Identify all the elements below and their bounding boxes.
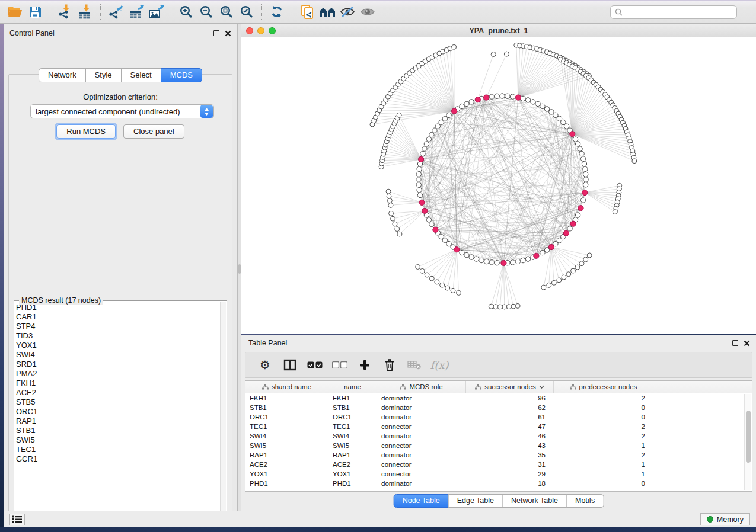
mcds-result-item[interactable]: RAP1: [16, 416, 219, 426]
mcds-result-item[interactable]: PMA2: [16, 369, 219, 379]
column-header-predecessor-nodes[interactable]: predecessor nodes: [554, 381, 653, 393]
export-network-icon[interactable]: [106, 3, 126, 21]
column-header-shared-name[interactable]: shared name: [245, 381, 328, 393]
table-cell: SWI5: [328, 442, 377, 449]
hide-selected-icon[interactable]: [337, 3, 358, 21]
import-network-icon[interactable]: [55, 3, 75, 21]
mcds-result-item[interactable]: STB1: [16, 426, 219, 435]
mcds-result-item[interactable]: GCR1: [16, 454, 219, 464]
table-cell: RAP1: [245, 451, 328, 459]
table-scrollbar-thumb[interactable]: [746, 411, 751, 463]
table-row[interactable]: SWI5SWI5connector431: [245, 441, 752, 450]
split-view-icon[interactable]: [279, 356, 301, 374]
mcds-result-scrollbar[interactable]: [220, 302, 226, 520]
mcds-result-item[interactable]: SRD1: [16, 360, 219, 369]
tab-mcds[interactable]: MCDS: [161, 68, 202, 82]
selected-criterion: largest connected component (undirected): [31, 107, 200, 116]
mcds-result-item[interactable]: FKH1: [16, 379, 219, 388]
table-row[interactable]: ORC1ORC1dominator610: [245, 412, 752, 422]
deselect-all-icon[interactable]: [328, 356, 351, 374]
float-table-panel-icon[interactable]: [732, 340, 738, 346]
attribute-icon: [400, 384, 406, 390]
search-input[interactable]: [626, 8, 732, 17]
table-row[interactable]: STB1STB1dominator620: [245, 403, 752, 412]
table-row[interactable]: PHD1PHD1dominator180: [245, 479, 752, 488]
network-graph[interactable]: [241, 37, 756, 334]
tab-network-table[interactable]: Network Table: [502, 494, 567, 508]
table-scrollbar[interactable]: [744, 394, 751, 490]
open-session-icon[interactable]: [5, 3, 25, 21]
column-header-successor-nodes[interactable]: successor nodes: [466, 381, 554, 393]
table-cell: 1: [554, 461, 653, 468]
mcds-result-item[interactable]: YOX1: [16, 341, 219, 350]
zoom-out-icon[interactable]: [196, 3, 216, 21]
table-cell: SWI5: [245, 442, 328, 449]
mcds-result-item[interactable]: STP4: [16, 322, 219, 331]
delete-table-icon[interactable]: [403, 356, 426, 374]
add-column-icon[interactable]: [353, 356, 376, 374]
run-mcds-button[interactable]: Run MCDS: [56, 124, 116, 139]
table-row[interactable]: FKH1FKH1dominator962: [245, 393, 752, 403]
splitter-grip[interactable]: [238, 264, 241, 274]
tab-network[interactable]: Network: [39, 68, 86, 82]
mcds-result-item[interactable]: ORC1: [16, 407, 219, 416]
zoom-fit-icon[interactable]: [216, 3, 237, 21]
optimization-criterion-select[interactable]: largest connected component (undirected): [30, 104, 214, 118]
table-row[interactable]: YOX1YOX1connector291: [245, 469, 752, 479]
mcds-result-item[interactable]: SWI5: [16, 435, 219, 445]
search-field[interactable]: [610, 5, 737, 19]
node-table-header: shared name name MCDS role successor nod…: [245, 381, 752, 393]
mcds-result-item[interactable]: CAR1: [16, 312, 219, 322]
zoom-in-icon[interactable]: [176, 3, 196, 21]
mcds-result-item[interactable]: SWI4: [16, 350, 219, 360]
function-builder-icon[interactable]: f(x): [428, 356, 451, 374]
toolbar-separator: [100, 4, 101, 20]
mcds-result-item[interactable]: PHD1: [16, 303, 219, 312]
mcds-result-item[interactable]: TEC1: [16, 445, 219, 454]
mcds-tab-content: Optimization criterion: largest connecte…: [8, 74, 232, 525]
show-all-icon[interactable]: [358, 3, 378, 21]
float-panel-icon[interactable]: [213, 30, 219, 36]
tab-motifs[interactable]: Motifs: [566, 494, 604, 508]
mcds-result-item[interactable]: TID3: [16, 331, 219, 341]
show-panels-button[interactable]: [9, 514, 25, 525]
table-row[interactable]: TEC1TEC1connector472: [245, 422, 752, 431]
table-cell: connector: [377, 423, 466, 430]
tab-select[interactable]: Select: [121, 68, 161, 82]
network-window-titlebar[interactable]: YPA_prune.txt_1: [241, 24, 756, 37]
memory-button[interactable]: Memory: [700, 513, 750, 525]
zoom-selected-icon[interactable]: [237, 3, 257, 21]
table-row[interactable]: ACE2ACE2connector311: [245, 460, 752, 469]
table-cell: 0: [554, 404, 653, 411]
import-table-icon[interactable]: [75, 3, 95, 21]
table-cell: SWI4: [245, 432, 328, 440]
close-table-panel-icon[interactable]: [744, 340, 750, 347]
gear-icon[interactable]: ⚙: [254, 356, 276, 374]
column-header-mcds-role[interactable]: MCDS role: [377, 381, 466, 393]
vertical-splitter[interactable]: [237, 24, 241, 511]
mcds-result-list[interactable]: PHD1CAR1STP4TID3YOX1SWI4SRD1PMA2FKH1ACE2…: [16, 303, 219, 518]
close-panel-icon[interactable]: [225, 30, 231, 37]
column-header-name[interactable]: name: [328, 381, 377, 393]
delete-column-icon[interactable]: [378, 356, 401, 374]
tab-edge-table[interactable]: Edge Table: [448, 494, 503, 508]
export-image-icon[interactable]: [146, 3, 166, 21]
mcds-result-item[interactable]: ACE2: [16, 388, 219, 398]
toolbar-separator: [261, 4, 262, 20]
table-row[interactable]: RAP1RAP1dominator352: [245, 450, 752, 460]
table-cell: 61: [466, 414, 554, 421]
table-cell: 18: [466, 480, 554, 487]
refresh-icon[interactable]: [267, 3, 287, 21]
tab-style[interactable]: Style: [85, 68, 122, 82]
close-panel-button[interactable]: Close panel: [123, 124, 184, 139]
table-cell: STB1: [245, 404, 328, 411]
table-row[interactable]: SWI4SWI4dominator462: [245, 431, 752, 441]
tab-node-table[interactable]: Node Table: [394, 494, 449, 508]
select-all-icon[interactable]: [304, 356, 326, 374]
save-session-icon[interactable]: [25, 3, 45, 21]
mcds-result-item[interactable]: STB5: [16, 398, 219, 407]
table-cell: 1: [554, 442, 653, 449]
export-table-icon[interactable]: [126, 3, 146, 21]
first-neighbors-icon[interactable]: [317, 3, 337, 21]
copy-network-icon[interactable]: [297, 3, 317, 21]
